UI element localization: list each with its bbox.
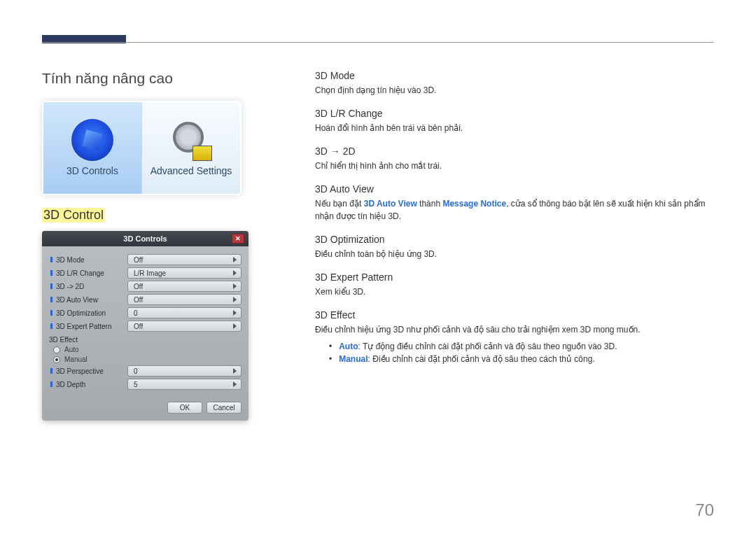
text: : Điều chỉnh cài đặt phối cảnh và độ sâu… [368,354,595,364]
row-3d-perspective: 3D Perspective 0 [49,365,241,377]
chevron-right-icon [233,257,237,262]
bullet-icon: • [329,342,332,351]
page-number: 70 [695,500,714,520]
row-3d-optimization: 3D Optimization 0 [49,307,241,318]
chevron-right-icon [233,310,237,316]
radio-icon [53,356,60,363]
highlighted-heading: 3D Control [42,208,105,223]
feature-label: Advanced Settings [150,165,232,176]
opt-auto-heading: 3D Auto View [315,183,714,195]
close-button[interactable]: ✕ [232,234,244,244]
opt-3d-mode-desc: Chọn định dạng tín hiệu vào 3D. [315,84,714,97]
header-rule [42,42,714,43]
opt-lr-desc: Hoán đổi hình ảnh bên trái và bên phải. [315,122,714,134]
keyword: Manual [339,354,368,364]
row-value: 5 [134,381,138,388]
row-label: 3D Perspective [56,367,104,375]
row-value: L/R Image [134,269,166,277]
opt-optim-desc: Điều chỉnh toàn bộ hiệu ứng 3D. [315,248,714,260]
feature-image: 3D Controls Advanced Settings [42,101,241,195]
value-selector[interactable]: Off [127,294,241,305]
row-value: 0 [134,309,138,317]
dialog-title: 3D Controls ✕ [42,231,248,246]
keyword: Message Notice [442,199,506,209]
bullet-icon: • [329,354,332,364]
row-value: Off [134,283,143,290]
radio-manual[interactable]: Manual [53,356,241,363]
close-icon: ✕ [235,235,241,242]
opt-to2d-heading: 3D → 2D [315,146,714,157]
text: Nếu bạn đặt [315,199,364,209]
row-label: 3D L/R Change [56,269,104,277]
text: : Tự động điều chỉnh cài đặt phối cảnh v… [358,342,617,351]
opt-effect-desc: Điều chỉnh hiệu ứng 3D như phối cảnh và … [315,323,714,336]
value-selector[interactable]: L/R Image [127,267,241,279]
opt-expert-desc: Xem kiểu 3D. [315,286,714,298]
value-selector[interactable]: Off [127,321,241,332]
bullet-list: • Auto: Tự động điều chỉnh cài đặt phối … [329,342,714,364]
radio-icon [53,346,60,353]
row-label: 3D Mode [56,256,85,264]
row-3d-depth: 3D Depth 5 [49,379,241,390]
row-3d-lr-change: 3D L/R Change L/R Image [49,267,241,279]
row-label: 3D -> 2D [56,283,84,290]
row-3d-mode: 3D Mode Off [49,254,241,265]
row-3d-expert-pattern: 3D Expert Pattern Off [49,321,241,332]
feature-advanced-settings: Advanced Settings [142,102,240,194]
row-label: 3D Optimization [56,309,106,317]
opt-effect-heading: 3D Effect [315,309,714,321]
value-selector[interactable]: Off [127,281,241,292]
chevron-right-icon [233,297,237,302]
effect-section-label: 3D Effect [49,336,241,344]
bullet-manual: • Manual: Điều chỉnh cài đặt phối cảnh v… [329,354,714,364]
row-label: 3D Depth [56,381,85,388]
left-column: Tính năng nâng cao 3D Controls Advanced … [42,70,259,421]
keyword: Auto [339,342,358,351]
chevron-right-icon [233,368,237,374]
opt-auto-desc: Nếu bạn đặt 3D Auto View thành Message N… [315,197,714,223]
radio-label: Manual [64,356,88,363]
row-3d-auto-view: 3D Auto View Off [49,294,241,305]
value-selector[interactable]: 0 [127,307,241,318]
row-value: Off [134,296,143,304]
dialog-3d-controls: 3D Controls ✕ 3D Mode Off 3D L/R Change … [42,231,248,421]
row-label: 3D Expert Pattern [56,323,111,330]
dialog-body: 3D Mode Off 3D L/R Change L/R Image 3D -… [42,246,248,396]
chevron-right-icon [233,283,237,289]
text: thành [417,199,443,209]
opt-expert-heading: 3D Expert Pattern [315,272,714,283]
dialog-footer: OK Cancel [42,396,248,421]
opt-to2d-desc: Chỉ hiển thị hình ảnh cho mắt trái. [315,160,714,172]
chevron-right-icon [233,270,237,276]
keyword: 3D Auto View [364,199,417,209]
row-value: Off [134,256,143,264]
right-column: 3D Mode Chọn định dạng tín hiệu vào 3D. … [315,70,714,367]
radio-auto[interactable]: Auto [53,346,241,353]
value-selector[interactable]: Off [127,254,241,265]
feature-3d-controls: 3D Controls [43,102,142,194]
row-3d-to-2d: 3D -> 2D Off [49,281,241,292]
cancel-button[interactable]: Cancel [206,402,241,414]
ok-button[interactable]: OK [167,402,202,414]
bullet-auto: • Auto: Tự động điều chỉnh cài đặt phối … [329,342,714,351]
gear-icon [170,119,212,161]
row-value: Off [134,323,143,330]
row-value: 0 [134,367,138,375]
feature-label: 3D Controls [66,165,118,176]
chevron-right-icon [233,381,237,387]
chevron-right-icon [233,323,237,329]
row-label: 3D Auto View [56,296,98,304]
opt-optim-heading: 3D Optimization [315,234,714,245]
opt-lr-heading: 3D L/R Change [315,108,714,119]
value-selector[interactable]: 5 [127,379,241,390]
opt-3d-mode-heading: 3D Mode [315,70,714,81]
section-title: Tính năng nâng cao [42,70,259,87]
radio-label: Auto [64,346,79,353]
dialog-title-text: 3D Controls [123,234,167,243]
value-selector[interactable]: 0 [127,365,241,377]
cube-icon [71,119,113,161]
